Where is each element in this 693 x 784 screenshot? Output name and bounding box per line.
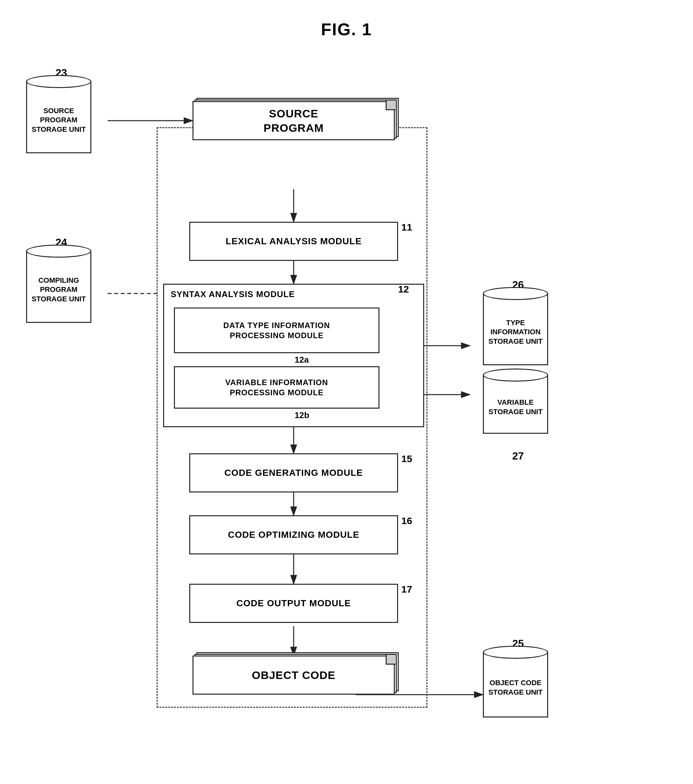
object-code-storage-label: OBJECT CODE STORAGE UNIT bbox=[483, 659, 548, 718]
data-type-info-box: DATA TYPE INFORMATION PROCESSING MODULE bbox=[174, 308, 380, 353]
type-info-storage-text: TYPE INFORMATION STORAGE UNIT bbox=[488, 318, 543, 346]
variable-storage-label: VARIABLE STORAGE UNIT bbox=[483, 382, 548, 434]
source-program-storage-text: SOURCE PROGRAM STORAGE UNIT bbox=[31, 106, 86, 134]
variable-info-text: VARIABLE INFORMATION PROCESSING MODULE bbox=[225, 377, 328, 397]
ref-15: 15 bbox=[401, 453, 412, 464]
code-optimizing-box: CODE OPTIMIZING MODULE bbox=[189, 515, 398, 554]
compiling-program-storage-text: COMPILING PROGRAM STORAGE UNIT bbox=[31, 276, 86, 304]
cylinder-top-variable bbox=[483, 369, 548, 382]
object-code-text: OBJECT CODE bbox=[252, 668, 336, 682]
code-generating-text: CODE GENERATING MODULE bbox=[224, 467, 363, 479]
object-code-label: OBJECT CODE bbox=[193, 656, 395, 695]
object-code-storage-text: OBJECT CODE STORAGE UNIT bbox=[488, 679, 543, 697]
code-output-text: CODE OUTPUT MODULE bbox=[236, 598, 351, 609]
figure-title: FIG. 1 bbox=[0, 0, 693, 39]
data-type-info-text: DATA TYPE INFORMATION PROCESSING MODULE bbox=[223, 320, 330, 341]
type-info-storage-label: TYPE INFORMATION STORAGE UNIT bbox=[483, 300, 548, 365]
ref-11: 11 bbox=[401, 222, 412, 233]
object-code-doc: OBJECT CODE bbox=[193, 656, 395, 695]
variable-storage-text: VARIABLE STORAGE UNIT bbox=[488, 398, 543, 417]
type-info-storage-cylinder: TYPE INFORMATION STORAGE UNIT bbox=[483, 287, 548, 365]
cylinder-top-compiling bbox=[26, 245, 91, 258]
source-program-storage-cylinder: SOURCE PROGRAM STORAGE UNIT bbox=[26, 75, 91, 153]
ref-12a: 12a bbox=[295, 355, 309, 365]
compiling-program-storage-label: COMPILING PROGRAM STORAGE UNIT bbox=[26, 258, 91, 323]
lexical-analysis-text: LEXICAL ANALYSIS MODULE bbox=[226, 236, 361, 247]
cylinder-top-source bbox=[26, 75, 91, 88]
cylinder-top-object bbox=[483, 646, 548, 659]
source-program-doc: SOURCE PROGRAM bbox=[193, 101, 395, 140]
variable-info-box: VARIABLE INFORMATION PROCESSING MODULE bbox=[174, 366, 380, 408]
variable-storage-cylinder: VARIABLE STORAGE UNIT bbox=[483, 369, 548, 434]
code-output-box: CODE OUTPUT MODULE bbox=[189, 584, 398, 623]
ref-12: 12 bbox=[398, 284, 409, 295]
compiling-program-storage-cylinder: COMPILING PROGRAM STORAGE UNIT bbox=[26, 245, 91, 323]
ref-17: 17 bbox=[401, 584, 412, 595]
source-program-storage-label: SOURCE PROGRAM STORAGE UNIT bbox=[26, 88, 91, 153]
syntax-analysis-text: SYNTAX ANALYSIS MODULE bbox=[171, 289, 295, 299]
lexical-analysis-box: LEXICAL ANALYSIS MODULE bbox=[189, 222, 398, 261]
code-optimizing-text: CODE OPTIMIZING MODULE bbox=[228, 529, 359, 541]
object-code-storage-cylinder: OBJECT CODE STORAGE UNIT bbox=[483, 646, 548, 718]
source-program-text: SOURCE PROGRAM bbox=[264, 106, 324, 135]
syntax-analysis-label: SYNTAX ANALYSIS MODULE bbox=[164, 285, 423, 300]
ref-16: 16 bbox=[401, 515, 412, 526]
syntax-analysis-outer-box: SYNTAX ANALYSIS MODULE DATA TYPE INFORMA… bbox=[163, 284, 424, 427]
code-generating-box: CODE GENERATING MODULE bbox=[189, 453, 398, 492]
ref-12b: 12b bbox=[295, 410, 309, 420]
source-program-label: SOURCE PROGRAM bbox=[193, 101, 395, 140]
cylinder-top-type bbox=[483, 287, 548, 300]
ref-27: 27 bbox=[512, 450, 524, 462]
